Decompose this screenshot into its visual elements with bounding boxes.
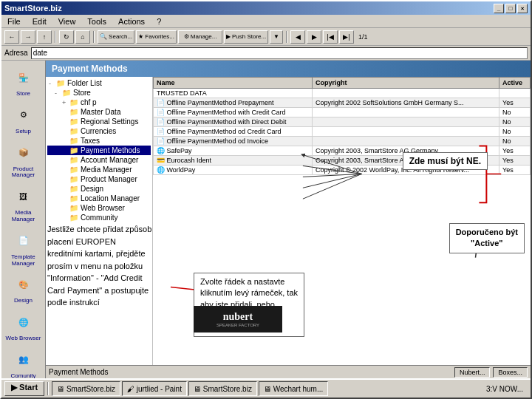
tree-payment-methods[interactable]: 📁 Payment Methods [47, 146, 151, 155]
cell-name: 📄 Offline PaymentMethod with Credit Card [154, 108, 313, 117]
product-manager-icon: 📦 [12, 141, 35, 165]
tree-account-manager[interactable]: 📁 Account Manager [47, 155, 151, 165]
search-button[interactable]: 🔍 Search... [98, 30, 134, 44]
cell-copyright [312, 127, 499, 137]
tree-master-data[interactable]: 📁 Master Data [47, 107, 151, 117]
taskbar-clock: 3:V NOW... [482, 385, 528, 393]
start-button[interactable]: ▶ Start [4, 381, 44, 396]
record-info: 1/1 [358, 33, 368, 41]
toolbar-sep2 [93, 31, 95, 43]
table-row[interactable]: 📄 Offline PaymentMethod with Credit Card… [154, 108, 531, 117]
nav-next[interactable]: ▶ [307, 30, 321, 44]
tree-regional-settings[interactable]: 📁 Regional Settings [47, 117, 151, 126]
tree-taxes[interactable]: 📁 Taxes [47, 136, 151, 146]
menu-actions[interactable]: Actions [115, 16, 148, 27]
nubert-banner: nubert SPEAKER FACTORY [194, 306, 282, 332]
menu-bar: File Edit View Tools Actions ? [1, 15, 531, 28]
table-row[interactable]: 📄 Offline PaymentMethod with Direct Debi… [154, 117, 531, 127]
nav-last[interactable]: ▶| [339, 30, 354, 44]
col-copyright[interactable]: Copyright [312, 78, 499, 89]
sidebar-item-design[interactable]: 🎨 Design [4, 270, 44, 307]
address-bar: Adresa [1, 46, 531, 61]
back-button[interactable]: ← [4, 30, 19, 44]
cell-active: No [499, 117, 531, 127]
nav-prev[interactable]: ◀ [290, 30, 305, 44]
taskbar-item-smartstore2[interactable]: 🖥 SmartStore.biz [188, 381, 257, 396]
menu-edit[interactable]: Edit [30, 16, 50, 27]
table-row[interactable]: 📄 Offline PaymentMethod od Credit Card N… [154, 127, 531, 137]
menu-file[interactable]: File [4, 16, 24, 27]
tree-chfp[interactable]: + 📁 chf p [47, 98, 151, 107]
menu-tools[interactable]: Tools [84, 16, 109, 27]
taskbar-item-smartstore[interactable]: 🖥 SmartStore.biz [52, 381, 120, 396]
sidebar-label-design: Design [14, 298, 33, 304]
cell-name: 📄 Offline PaymentMethod od Credit Card [154, 127, 313, 137]
cell-name: TRUSTED DATA [154, 89, 313, 98]
minimize-button[interactable]: _ [494, 4, 504, 13]
menu-view[interactable]: View [55, 16, 79, 27]
manage-button[interactable]: ⚙ Manage... [178, 30, 222, 44]
refresh-button[interactable]: ↻ [59, 30, 74, 44]
close-button[interactable]: × [517, 4, 528, 13]
sidebar-item-community[interactable]: 👥 Comunity [4, 346, 44, 378]
sidebar-label-template-manager: Template Manager [5, 254, 42, 267]
cell-name: 📄 Offline PaymentMethod Prepayment [154, 98, 313, 108]
sidebar-item-product-manager[interactable]: 📦 Product Manager [4, 139, 44, 182]
sidebar-label-media-manager: Media Manager [5, 210, 42, 223]
community-icon: 👥 [12, 348, 35, 372]
sidebar-item-template-manager[interactable]: 📄 Template Manager [4, 227, 44, 270]
taskbar-sep [47, 382, 49, 395]
sidebar-item-store[interactable]: 🏪 Store [4, 64, 44, 100]
annotation-zde-text: Zde musí být NE. [409, 156, 481, 166]
tree-location-manager[interactable]: 📁 Location Manager [47, 194, 151, 203]
design-icon: 🎨 [12, 273, 35, 296]
annotation-jestlize: Jestliže chcete přidat způsobplacení EUR… [47, 223, 151, 309]
tree-media-manager2[interactable]: 📁 Media Manager [47, 165, 151, 174]
forward-button[interactable]: → [21, 30, 35, 44]
file-tree[interactable]: - 📁 Folder List - 📁 Store + 📁 chf p [46, 77, 153, 365]
cell-active: Yes [499, 98, 531, 108]
table-row[interactable]: 📄 Offline PaymentMethod Prepayment Copyr… [154, 98, 531, 108]
cell-name: 💳 Eurocash Ident [154, 156, 313, 166]
tree-currencies[interactable]: 📁 Currencies [47, 126, 151, 136]
up-button[interactable]: ↑ [37, 30, 52, 44]
tree-store[interactable]: - 📁 Store [47, 88, 151, 98]
favorites-button[interactable]: ★ Favorites... [136, 30, 177, 44]
web-browser-icon: 🌐 [12, 310, 35, 334]
menu-help[interactable]: ? [154, 16, 164, 27]
sidebar-item-media-manager[interactable]: 🖼 Media Manager [4, 183, 44, 225]
sidebar-item-setup[interactable]: ⚙ Setup [4, 101, 44, 137]
sidebar-label-store: Store [16, 91, 30, 98]
address-input[interactable] [31, 47, 528, 59]
address-label: Adresa [4, 49, 28, 57]
cell-name: 📄 Offline PaymentMethod od Invoice [154, 137, 313, 146]
nubert-button[interactable]: Nubert... [454, 367, 491, 378]
extra-button2[interactable]: ▼ [270, 30, 283, 44]
boxes-button[interactable]: Boxes... [493, 367, 528, 378]
home-button[interactable]: ⌂ [75, 30, 90, 44]
sidebar: 🏪 Store ⚙ Setup 📦 Product Manager 🖼 Medi… [1, 61, 46, 378]
tree-community2[interactable]: 📁 Community [47, 213, 151, 222]
tree-web-browser2[interactable]: 📁 Web Browser [47, 203, 151, 213]
taskbar-item-extra[interactable]: 🖥 Wechart hum... [259, 381, 328, 396]
sidebar-item-web-browser[interactable]: 🌐 Web Browser [4, 308, 44, 344]
maximize-button[interactable]: □ [505, 4, 516, 13]
cell-copyright [312, 117, 499, 127]
col-name[interactable]: Name [154, 78, 313, 89]
sidebar-label-product-manager: Product Manager [5, 166, 42, 180]
table-row[interactable]: 📄 Offline PaymentMethod od Invoice No [154, 137, 531, 146]
template-manager-icon: 📄 [12, 229, 35, 253]
status-right: Nubert... Boxes... [454, 367, 528, 378]
tree-folder-list[interactable]: - 📁 Folder List [47, 78, 151, 88]
main-content: 🏪 Store ⚙ Setup 📦 Product Manager 🖼 Medi… [1, 61, 531, 378]
extra-button[interactable]: ▶ Push Store... [224, 30, 268, 44]
cell-copyright [312, 137, 499, 146]
window-title: SmartStore.biz [4, 4, 62, 13]
tree-design2[interactable]: 📁 Design [47, 184, 151, 194]
cell-active: No [499, 127, 531, 137]
col-active[interactable]: Active [499, 78, 531, 89]
tree-product-manager2[interactable]: 📁 Product Manager [47, 174, 151, 184]
taskbar-item-paint[interactable]: 🖌 jurtlied - Paint [122, 381, 187, 396]
nav-first[interactable]: |◀ [323, 30, 338, 44]
table-row[interactable]: TRUSTED DATA [154, 89, 531, 98]
